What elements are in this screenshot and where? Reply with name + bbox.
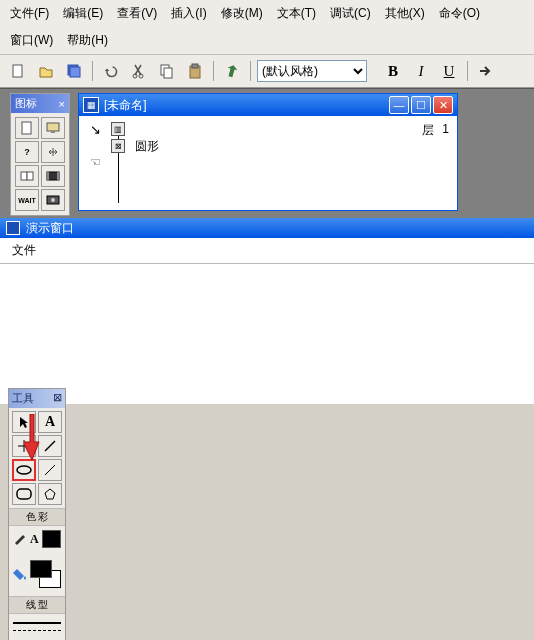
open-icon[interactable]: [34, 59, 58, 83]
demo-icon: [6, 221, 20, 235]
line-section-label: 线 型: [9, 596, 65, 614]
panel-btn-media-icon[interactable]: [41, 189, 65, 211]
panel-btn-film-icon[interactable]: [41, 165, 65, 187]
svg-rect-13: [27, 172, 33, 180]
close-button[interactable]: ✕: [433, 96, 453, 114]
menu-window[interactable]: 窗口(W): [6, 30, 57, 51]
workspace: 图标 × ? WAIT ▦ [未命名] — ☐ ✕ ↘: [0, 88, 534, 218]
svg-rect-8: [192, 64, 198, 68]
document-icon: ▦: [83, 97, 99, 113]
demo-titlebar[interactable]: 演示窗口: [0, 218, 534, 238]
text-color-icon[interactable]: A: [30, 532, 39, 547]
flow-shape-node[interactable]: ⊠: [111, 139, 125, 153]
save-all-icon[interactable]: [62, 59, 86, 83]
tools-close-icon[interactable]: ⊠: [53, 391, 62, 406]
document-window: ▦ [未命名] — ☐ ✕ ↘ ☜ ▥ ⊠ 圆形 层 1: [78, 93, 458, 211]
layer-indicator: 层 1: [422, 122, 449, 139]
separator: [213, 61, 214, 81]
new-icon[interactable]: [6, 59, 30, 83]
document-titlebar[interactable]: ▦ [未命名] — ☐ ✕: [79, 94, 457, 116]
separator: [467, 61, 468, 81]
menu-command[interactable]: 命令(O): [435, 3, 484, 24]
svg-rect-10: [47, 123, 59, 131]
copy-icon[interactable]: [155, 59, 179, 83]
svg-rect-0: [13, 65, 22, 77]
line-sample-icon: [13, 622, 61, 624]
cut-icon[interactable]: [127, 59, 151, 83]
menu-view[interactable]: 查看(V): [113, 3, 161, 24]
menu-debug[interactable]: 调试(C): [326, 3, 375, 24]
flow-line: [118, 153, 119, 203]
stroke-color-swatch[interactable]: [42, 530, 61, 548]
demo-title: 演示窗口: [26, 220, 74, 237]
fill-color-swatch[interactable]: [30, 560, 52, 578]
tools-panel: 工具 ⊠ A 色 彩 A 线 型: [8, 388, 66, 640]
hand-icon[interactable]: ☜: [90, 155, 101, 169]
dashed-line-sample-icon: [13, 630, 61, 631]
menu-modify[interactable]: 修改(M): [217, 3, 267, 24]
shape-label: 圆形: [135, 138, 159, 155]
layer-number: 1: [442, 122, 449, 139]
menu-text[interactable]: 文本(T): [273, 3, 320, 24]
panel-btn-doc-icon[interactable]: [15, 117, 39, 139]
run-icon[interactable]: [220, 59, 244, 83]
svg-rect-12: [21, 172, 27, 180]
maximize-button[interactable]: ☐: [411, 96, 431, 114]
icon-panel-titlebar[interactable]: 图标 ×: [11, 94, 69, 113]
panel-btn-group-icon[interactable]: [15, 165, 39, 187]
panel-btn-arrows-icon[interactable]: [41, 141, 65, 163]
line-style[interactable]: [9, 614, 65, 640]
menu-other[interactable]: 其他(X): [381, 3, 429, 24]
demo-window: 演示窗口 文件: [0, 218, 534, 404]
layer-label: 层: [422, 122, 434, 139]
separator: [250, 61, 251, 81]
menubar: 文件(F) 编辑(E) 查看(V) 插入(I) 修改(M) 文本(T) 调试(C…: [0, 0, 534, 55]
panel-close-icon[interactable]: ×: [59, 98, 65, 110]
icon-panel-title-text: 图标: [15, 96, 37, 111]
tools-title-text: 工具: [12, 391, 34, 406]
style-select[interactable]: (默认风格): [257, 60, 367, 82]
panel-btn-wait-icon[interactable]: WAIT: [15, 189, 39, 211]
tools-titlebar[interactable]: 工具 ⊠: [9, 389, 65, 408]
document-body: ↘ ☜ ▥ ⊠ 圆形 层 1: [79, 116, 457, 210]
svg-point-19: [17, 466, 31, 474]
ellipse-tool[interactable]: [12, 459, 36, 481]
bold-button[interactable]: B: [381, 59, 405, 83]
svg-rect-11: [51, 131, 55, 133]
toolbar: (默认风格) B I U: [0, 55, 534, 88]
panel-btn-display-icon[interactable]: [41, 117, 65, 139]
pointer-tool[interactable]: [12, 411, 36, 433]
icon-panel: 图标 × ? WAIT: [10, 93, 70, 216]
flow-start-node[interactable]: ▥: [111, 122, 125, 136]
pointer-icon[interactable]: ↘: [90, 122, 101, 137]
undo-icon[interactable]: [99, 59, 123, 83]
svg-rect-16: [57, 172, 59, 180]
minimize-button[interactable]: —: [389, 96, 409, 114]
svg-rect-2: [70, 67, 80, 77]
panel-btn-question-icon[interactable]: ?: [15, 141, 39, 163]
pencil-icon[interactable]: [13, 531, 27, 548]
polygon-tool[interactable]: [38, 483, 62, 505]
text-tool[interactable]: A: [38, 411, 62, 433]
underline-button[interactable]: U: [437, 59, 461, 83]
line-tool[interactable]: [38, 459, 62, 481]
demo-menubar: 文件: [0, 238, 534, 264]
demo-canvas: [0, 264, 534, 404]
italic-button[interactable]: I: [409, 59, 433, 83]
menu-file[interactable]: 文件(F): [6, 3, 53, 24]
menu-edit[interactable]: 编辑(E): [59, 3, 107, 24]
menu-help[interactable]: 帮助(H): [63, 30, 112, 51]
svg-rect-20: [17, 489, 31, 499]
color-section-label: 色 彩: [9, 508, 65, 526]
svg-rect-6: [164, 68, 172, 78]
demo-menu-file[interactable]: 文件: [8, 241, 40, 259]
document-title: [未命名]: [104, 97, 389, 114]
crosshair-tool[interactable]: [12, 435, 36, 457]
menu-insert[interactable]: 插入(I): [167, 3, 210, 24]
rounded-rect-tool[interactable]: [12, 483, 36, 505]
bucket-icon[interactable]: [13, 566, 27, 583]
paste-icon[interactable]: [183, 59, 207, 83]
svg-rect-15: [47, 172, 49, 180]
arrow-right-icon[interactable]: [474, 59, 498, 83]
diagonal-line-tool[interactable]: [38, 435, 62, 457]
